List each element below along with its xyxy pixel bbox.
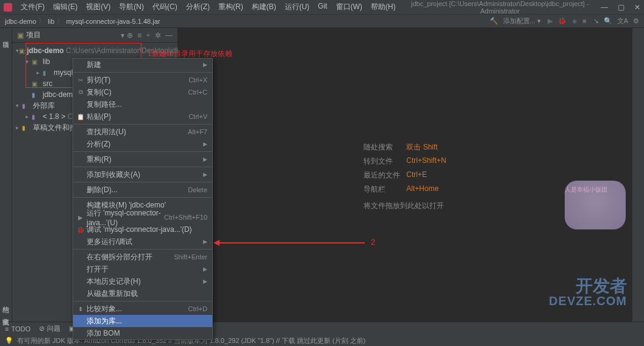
menu-item-shortcut: Ctrl+C [188,88,207,96]
menu-item-icon: 📋 [76,114,85,120]
menu-item-label: 在右侧拆分部分打开 [87,252,174,262]
favorites-tab[interactable]: 收藏夹 [0,309,12,317]
menu-item-label: 重构(R) [87,154,203,165]
menu-item-shortcut: Shift+Enter [174,253,207,261]
context-menu-item[interactable]: 删除(D)...Delete [73,184,212,196]
breadcrumb[interactable]: jdbc-demo [5,18,36,25]
menu-item-shortcut: Delete [188,186,207,193]
coverage-icon[interactable]: ◈ [572,17,577,24]
menu-item-label: 剪切(T) [87,75,188,85]
tab-icon: ≡ [5,325,9,333]
window-title: jdbc_project [C:\Users\Administrator\Des… [399,0,601,15]
menu-item[interactable]: 构建(B) [248,0,280,14]
welcome-label: 转到文件 [363,156,406,167]
submenu-arrow-icon: ▶ [203,62,207,68]
menu-item[interactable]: 窗口(W) [332,0,366,14]
mascot-label: 人是幸福小饭团 [565,186,607,194]
context-menu-item[interactable]: ▶运行 'mysql-connector-java...'(U)Ctrl+Shi… [73,211,212,223]
menu-item-label: 复制路径... [87,99,207,110]
collapse-icon[interactable]: ÷ [146,31,151,40]
context-menu-item[interactable]: 重构(R)▶ [73,153,212,165]
select-opened-icon[interactable]: ⊕ [127,31,133,40]
welcome-shortcut: Ctrl+E [406,170,427,181]
expand-icon[interactable]: ≡ [137,31,141,40]
context-menu-item[interactable]: 📋粘贴(P)Ctrl+V [73,110,212,123]
menu-item[interactable]: Git [314,0,331,14]
git-update-icon[interactable]: ↘ [593,17,599,25]
welcome-row: 转到文件Ctrl+Shift+N [363,156,446,167]
right-gutter [632,28,644,322]
build-icon[interactable]: 🔨 [490,17,498,25]
context-menu-item[interactable]: 本地历史记录(H)▶ [73,275,212,287]
context-menu-item[interactable]: 从磁盘重新加载 [73,287,212,300]
context-menu-item[interactable]: 查找用法(U)Alt+F7 [73,126,212,138]
menu-divider [73,197,212,198]
menu-divider [73,72,212,73]
context-menu-item[interactable]: 添加 BOM [73,327,212,339]
menu-item-shortcut: Ctrl+X [188,76,207,84]
menu-divider [73,249,212,250]
menu-item[interactable]: 运行(U) [281,0,313,14]
context-menu-item[interactable]: ⧉复制(C)Ctrl+C [73,86,212,98]
menu-divider [73,151,212,152]
context-menu-item[interactable]: 在右侧拆分部分打开Shift+Enter [73,251,212,263]
gear-icon[interactable]: ✲ [155,31,161,40]
menu-item-label: 更多运行/调试 [87,237,203,247]
context-menu-item[interactable]: ✂剪切(T)Ctrl+X [73,74,212,86]
maximize-icon[interactable]: ▢ [618,3,624,12]
folder-icon: ▣ [17,31,24,40]
settings-icon[interactable]: ⚙ [633,17,639,25]
welcome-shortcut: 双击 Shift [406,142,437,153]
debug-icon[interactable]: 🐞 [558,17,567,24]
breadcrumb[interactable]: lib [48,18,54,25]
context-menu-item[interactable]: 复制路径... [73,98,212,110]
app-logo [4,3,12,12]
bottom-tab[interactable]: ≡TODO [5,325,30,333]
hide-icon[interactable]: — [165,31,173,40]
menu-item[interactable]: 帮助(H) [367,0,399,14]
menu-item-label: 复制(C) [87,87,188,98]
breadcrumb[interactable]: mysql-connector-java-5.1.48.jar [66,18,160,25]
window-controls: — ▢ ✕ [601,3,640,12]
minimize-icon[interactable]: — [601,3,608,12]
menu-item[interactable]: 导航(N) [115,0,148,14]
project-tab[interactable]: 项目 [0,33,12,40]
context-menu-item[interactable]: 更多运行/调试▶ [73,236,212,248]
context-menu-item[interactable]: 🐞调试 'mysql-connector-java...'(D) [73,223,212,236]
menu-item[interactable]: 编辑(E) [49,0,81,14]
close-icon[interactable]: ✕ [634,3,640,12]
menu-item-label: 添加 BOM [87,328,207,339]
context-menu-item[interactable]: ⬍比较对象...Ctrl+D [73,303,212,315]
lang-icon[interactable]: 文A [617,16,628,26]
welcome-label: 最近的文件 [363,170,406,181]
menu-item-label: 添加到收藏夹(A) [87,170,203,180]
structure-tab[interactable]: 结构 [0,297,12,305]
welcome-drop-hint: 将文件拖放到此处以打开 [363,201,446,211]
submenu-arrow-icon: ▶ [203,278,207,284]
menu-item[interactable]: 重构(R) [215,0,247,14]
welcome-row: 随处搜索双击 Shift [363,142,446,153]
menu-item-label: 查找用法(U) [87,127,188,137]
editor-area: 随处搜索双击 Shift转到文件Ctrl+Shift+N最近的文件Ctrl+E导… [178,28,632,322]
context-menu-item[interactable]: 添加到收藏夹(A)▶ [73,168,212,181]
menu-item-label: 删除(D)... [87,185,188,195]
run-icon[interactable]: ▶ [548,17,553,24]
context-menu-item[interactable]: 添加为库... [73,315,212,327]
menu-item[interactable]: 视图(V) [82,0,114,14]
stop-icon[interactable]: ■ [582,17,587,24]
menu-item[interactable]: 分析(Z) [182,0,213,14]
tab-label: 问题 [47,324,60,333]
context-menu-item[interactable]: 分析(Z)▶ [73,138,212,150]
welcome-shortcut: Ctrl+Shift+N [406,156,446,167]
context-menu-item[interactable]: 新建▶ [73,59,212,71]
menu-item[interactable]: 代码(C) [149,0,181,14]
bottom-tab[interactable]: ⊘问题 [39,324,60,333]
menu-item-icon: ▶ [76,214,85,221]
main-menu: 文件(F)编辑(E)视图(V)导航(N)代码(C)分析(Z)重构(R)构建(B)… [17,0,399,14]
run-config-dropdown[interactable]: 添加配置... ▾ [503,16,541,26]
search-icon[interactable]: 🔍 [604,17,612,25]
menu-item-shortcut: Ctrl+Shift+F10 [164,214,207,221]
sidebar-title: 项目 [26,30,118,40]
context-menu-item[interactable]: 打开于▶ [73,263,212,275]
menu-item[interactable]: 文件(F) [17,0,48,14]
